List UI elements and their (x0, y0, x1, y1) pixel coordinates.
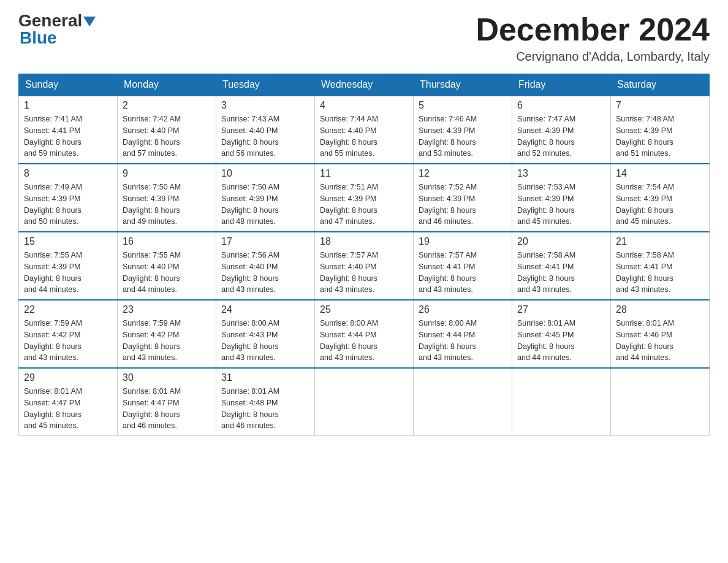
table-row: 18 Sunrise: 7:57 AMSunset: 4:40 PMDaylig… (315, 232, 414, 300)
day-number: 7 (616, 100, 704, 111)
day-info: Sunrise: 7:48 AMSunset: 4:39 PMDaylight:… (616, 113, 704, 159)
day-info: Sunrise: 7:58 AMSunset: 4:41 PMDaylight:… (616, 250, 704, 296)
day-number: 9 (123, 168, 211, 179)
day-number: 24 (221, 304, 309, 315)
table-row: 19 Sunrise: 7:57 AMSunset: 4:41 PMDaylig… (414, 232, 512, 300)
day-number: 30 (123, 372, 211, 383)
day-info: Sunrise: 7:57 AMSunset: 4:40 PMDaylight:… (320, 250, 408, 296)
day-number: 4 (320, 100, 408, 111)
day-info: Sunrise: 7:44 AMSunset: 4:40 PMDaylight:… (320, 113, 408, 159)
table-row: 27 Sunrise: 8:01 AMSunset: 4:45 PMDaylig… (512, 300, 611, 368)
day-number: 1 (24, 100, 112, 111)
day-info: Sunrise: 8:00 AMSunset: 4:43 PMDaylight:… (221, 318, 309, 364)
day-number: 14 (616, 168, 704, 179)
col-friday: Friday (512, 74, 611, 96)
table-row: 12 Sunrise: 7:52 AMSunset: 4:39 PMDaylig… (414, 164, 512, 232)
day-info: Sunrise: 7:54 AMSunset: 4:39 PMDaylight:… (616, 182, 704, 228)
table-row: 5 Sunrise: 7:46 AMSunset: 4:39 PMDayligh… (414, 96, 512, 164)
col-tuesday: Tuesday (216, 74, 315, 96)
day-info: Sunrise: 7:55 AMSunset: 4:40 PMDaylight:… (123, 250, 211, 296)
day-number: 15 (24, 236, 112, 247)
day-info: Sunrise: 7:41 AMSunset: 4:41 PMDaylight:… (24, 113, 112, 159)
table-row: 17 Sunrise: 7:56 AMSunset: 4:40 PMDaylig… (216, 232, 315, 300)
col-monday: Monday (118, 74, 216, 96)
col-wednesday: Wednesday (315, 74, 414, 96)
day-info: Sunrise: 8:01 AMSunset: 4:47 PMDaylight:… (123, 386, 211, 432)
day-number: 18 (320, 236, 408, 247)
day-number: 27 (517, 304, 605, 315)
table-row: 15 Sunrise: 7:55 AMSunset: 4:39 PMDaylig… (19, 232, 118, 300)
calendar-week-row: 22 Sunrise: 7:59 AMSunset: 4:42 PMDaylig… (19, 300, 710, 368)
day-number: 31 (221, 372, 309, 383)
day-number: 11 (320, 168, 408, 179)
table-row: 9 Sunrise: 7:50 AMSunset: 4:39 PMDayligh… (118, 164, 216, 232)
day-number: 16 (123, 236, 211, 247)
day-info: Sunrise: 7:57 AMSunset: 4:41 PMDaylight:… (419, 250, 507, 296)
calendar-table: Sunday Monday Tuesday Wednesday Thursday… (18, 74, 710, 436)
day-info: Sunrise: 8:01 AMSunset: 4:45 PMDaylight:… (517, 318, 605, 364)
location-subtitle: Cervignano d'Adda, Lombardy, Italy (476, 50, 710, 64)
day-number: 10 (221, 168, 309, 179)
day-number: 13 (517, 168, 605, 179)
table-row: 6 Sunrise: 7:47 AMSunset: 4:39 PMDayligh… (512, 96, 611, 164)
day-number: 21 (616, 236, 704, 247)
table-row: 28 Sunrise: 8:01 AMSunset: 4:46 PMDaylig… (611, 300, 710, 368)
day-number: 25 (320, 304, 408, 315)
table-row (315, 368, 414, 436)
day-info: Sunrise: 7:53 AMSunset: 4:39 PMDaylight:… (517, 182, 605, 228)
day-info: Sunrise: 7:55 AMSunset: 4:39 PMDaylight:… (24, 250, 112, 296)
table-row: 31 Sunrise: 8:01 AMSunset: 4:48 PMDaylig… (216, 368, 315, 436)
day-number: 17 (221, 236, 309, 247)
day-number: 6 (517, 100, 605, 111)
table-row: 4 Sunrise: 7:44 AMSunset: 4:40 PMDayligh… (315, 96, 414, 164)
day-number: 28 (616, 304, 704, 315)
calendar-week-row: 8 Sunrise: 7:49 AMSunset: 4:39 PMDayligh… (19, 164, 710, 232)
logo: General Blue (18, 12, 96, 47)
page-header: General Blue December 2024 Cervignano d'… (18, 12, 710, 64)
day-info: Sunrise: 7:56 AMSunset: 4:40 PMDaylight:… (221, 250, 309, 296)
day-number: 12 (419, 168, 507, 179)
table-row: 14 Sunrise: 7:54 AMSunset: 4:39 PMDaylig… (611, 164, 710, 232)
table-row (611, 368, 710, 436)
table-row: 7 Sunrise: 7:48 AMSunset: 4:39 PMDayligh… (611, 96, 710, 164)
day-info: Sunrise: 7:51 AMSunset: 4:39 PMDaylight:… (320, 182, 408, 228)
table-row: 24 Sunrise: 8:00 AMSunset: 4:43 PMDaylig… (216, 300, 315, 368)
logo-blue-text: Blue (20, 28, 57, 47)
day-info: Sunrise: 8:00 AMSunset: 4:44 PMDaylight:… (419, 318, 507, 364)
table-row: 1 Sunrise: 7:41 AMSunset: 4:41 PMDayligh… (19, 96, 118, 164)
table-row: 26 Sunrise: 8:00 AMSunset: 4:44 PMDaylig… (414, 300, 512, 368)
table-row: 13 Sunrise: 7:53 AMSunset: 4:39 PMDaylig… (512, 164, 611, 232)
day-info: Sunrise: 7:58 AMSunset: 4:41 PMDaylight:… (517, 250, 605, 296)
day-info: Sunrise: 7:47 AMSunset: 4:39 PMDaylight:… (517, 113, 605, 159)
table-row: 23 Sunrise: 7:59 AMSunset: 4:42 PMDaylig… (118, 300, 216, 368)
day-info: Sunrise: 8:01 AMSunset: 4:47 PMDaylight:… (24, 386, 112, 432)
day-info: Sunrise: 7:42 AMSunset: 4:40 PMDaylight:… (123, 113, 211, 159)
calendar-week-row: 1 Sunrise: 7:41 AMSunset: 4:41 PMDayligh… (19, 96, 710, 164)
table-row: 2 Sunrise: 7:42 AMSunset: 4:40 PMDayligh… (118, 96, 216, 164)
table-row: 16 Sunrise: 7:55 AMSunset: 4:40 PMDaylig… (118, 232, 216, 300)
day-number: 8 (24, 168, 112, 179)
table-row: 10 Sunrise: 7:50 AMSunset: 4:39 PMDaylig… (216, 164, 315, 232)
day-number: 22 (24, 304, 112, 315)
day-info: Sunrise: 7:52 AMSunset: 4:39 PMDaylight:… (419, 182, 507, 228)
day-info: Sunrise: 8:00 AMSunset: 4:44 PMDaylight:… (320, 318, 408, 364)
day-number: 20 (517, 236, 605, 247)
table-row (414, 368, 512, 436)
day-number: 29 (24, 372, 112, 383)
table-row: 22 Sunrise: 7:59 AMSunset: 4:42 PMDaylig… (19, 300, 118, 368)
logo-triangle-icon (83, 17, 96, 26)
month-title: December 2024 (476, 12, 710, 47)
day-number: 19 (419, 236, 507, 247)
day-info: Sunrise: 7:49 AMSunset: 4:39 PMDaylight:… (24, 182, 112, 228)
table-row: 3 Sunrise: 7:43 AMSunset: 4:40 PMDayligh… (216, 96, 315, 164)
day-number: 26 (419, 304, 507, 315)
day-number: 3 (221, 100, 309, 111)
day-info: Sunrise: 7:59 AMSunset: 4:42 PMDaylight:… (24, 318, 112, 364)
table-row: 29 Sunrise: 8:01 AMSunset: 4:47 PMDaylig… (19, 368, 118, 436)
table-row: 25 Sunrise: 8:00 AMSunset: 4:44 PMDaylig… (315, 300, 414, 368)
table-row: 20 Sunrise: 7:58 AMSunset: 4:41 PMDaylig… (512, 232, 611, 300)
day-info: Sunrise: 7:43 AMSunset: 4:40 PMDaylight:… (221, 113, 309, 159)
table-row: 21 Sunrise: 7:58 AMSunset: 4:41 PMDaylig… (611, 232, 710, 300)
day-info: Sunrise: 8:01 AMSunset: 4:48 PMDaylight:… (221, 386, 309, 432)
table-row: 11 Sunrise: 7:51 AMSunset: 4:39 PMDaylig… (315, 164, 414, 232)
